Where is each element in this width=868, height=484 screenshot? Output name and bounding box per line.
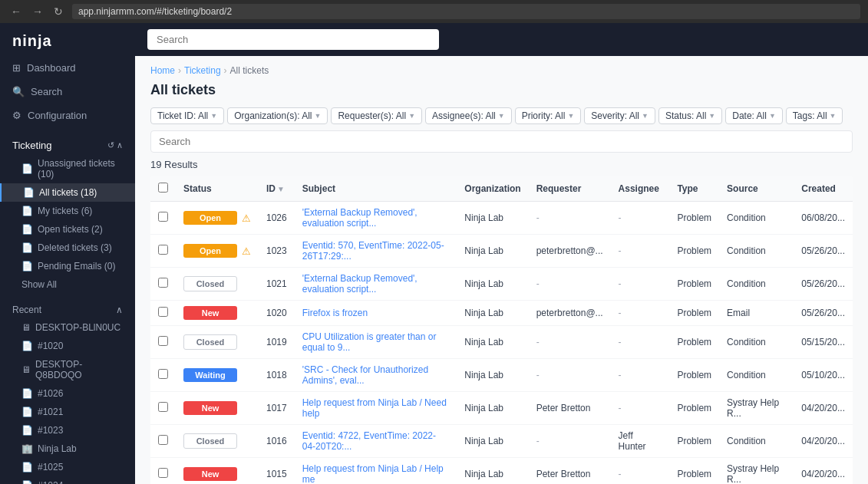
ticket-organization: Ninja Lab: [457, 425, 528, 458]
sidebar-recent-item[interactable]: 📄 #1023: [0, 421, 135, 440]
sidebar-recent-item[interactable]: 📄 #1026: [0, 384, 135, 403]
filter-requester[interactable]: Requester(s): All ▼: [331, 107, 422, 124]
filter-ticket-id[interactable]: Ticket ID: All ▼: [150, 107, 224, 124]
row-checkbox[interactable]: [158, 245, 168, 255]
ticket-subject[interactable]: 'External Backup Removed', evaluation sc…: [295, 202, 457, 235]
sidebar-item-open-tickets[interactable]: 📄 Open tickets (2): [0, 220, 135, 239]
ticket-subject[interactable]: 'External Backup Removed', evaluation sc…: [295, 268, 457, 301]
sidebar-item-search[interactable]: 🔍 Search: [0, 80, 135, 104]
row-checkbox-cell[interactable]: [150, 235, 176, 268]
sidebar-recent-item[interactable]: 📄 #1020: [0, 337, 135, 355]
ticket-organization: Ninja Lab: [457, 392, 528, 425]
row-checkbox[interactable]: [158, 307, 168, 317]
ticket-type: Problem: [669, 392, 719, 425]
sidebar-item-all-tickets[interactable]: 📄 All tickets (18): [0, 183, 135, 202]
row-checkbox-cell[interactable]: [150, 392, 176, 425]
chevron-down-icon: ▼: [708, 112, 715, 120]
sidebar-item-my-tickets[interactable]: 📄 My tickets (6): [0, 202, 135, 220]
chevron-down-icon[interactable]: ∧: [116, 305, 123, 315]
filter-status[interactable]: Status: All ▼: [658, 107, 722, 124]
doc-icon: 📄: [21, 341, 33, 351]
grid-icon: ⊞: [12, 62, 21, 74]
doc-icon: 📄: [21, 163, 33, 174]
ticket-subject[interactable]: 'SRC - Check for Unauthorized Admins', e…: [295, 359, 457, 392]
app-logo: ninja: [0, 23, 135, 56]
row-checkbox-cell[interactable]: [150, 268, 176, 301]
filter-tags[interactable]: Tags: All ▼: [786, 107, 843, 124]
filter-assignee[interactable]: Assignee(s): All ▼: [425, 107, 512, 124]
sidebar-recent-item[interactable]: 🖥 DESKTOP-Q8BDOQO: [0, 355, 135, 384]
tickets-table: Status ID▼ Subject Organization Requeste…: [150, 176, 853, 484]
ticket-id: 1020: [259, 301, 295, 326]
browser-navigation[interactable]: ← → ↻: [8, 4, 66, 19]
sidebar-recent-item[interactable]: 📄 #1025: [0, 458, 135, 476]
table-row: Open ⚠ 1026 'External Backup Removed', e…: [150, 202, 853, 235]
ticket-subject[interactable]: CPU Utilization is greater than or equal…: [295, 326, 457, 359]
warning-icon: ⚠: [242, 212, 251, 224]
sidebar-recent-item[interactable]: 📄 #1024: [0, 476, 135, 484]
ticket-id: 1017: [259, 392, 295, 425]
row-checkbox[interactable]: [158, 435, 168, 445]
row-checkbox-cell[interactable]: [150, 458, 176, 485]
row-checkbox[interactable]: [158, 212, 168, 222]
sidebar-recent-item[interactable]: 🏢 Ninja Lab: [0, 440, 135, 458]
table-search-input[interactable]: [150, 130, 853, 153]
ticket-subject[interactable]: Firefox is frozen: [295, 301, 457, 326]
row-checkbox[interactable]: [158, 402, 168, 412]
table-row: Waiting 1018 'SRC - Check for Unauthoriz…: [150, 359, 853, 392]
browser-bar: ← → ↻: [0, 0, 868, 23]
global-search-input[interactable]: [147, 29, 439, 50]
row-checkbox[interactable]: [158, 278, 168, 288]
filter-priority[interactable]: Priority: All ▼: [515, 107, 582, 124]
row-checkbox-cell[interactable]: [150, 202, 176, 235]
filter-date[interactable]: Date: All ▼: [725, 107, 783, 124]
ticket-created: 04/20/20...: [794, 392, 853, 425]
sidebar-item-pending-emails[interactable]: 📄 Pending Emails (0): [0, 257, 135, 275]
status-cell: Closed: [176, 425, 259, 458]
row-checkbox[interactable]: [158, 468, 168, 478]
status-cell: Closed: [176, 326, 259, 359]
ticket-subject[interactable]: Eventid: 570, EventTime: 2022-05-26T17:2…: [295, 235, 457, 268]
ticket-type: Problem: [669, 359, 719, 392]
ticket-subject[interactable]: Help request from Ninja Lab / Help me: [295, 458, 457, 485]
row-checkbox-cell[interactable]: [150, 301, 176, 326]
breadcrumb-ticketing[interactable]: Ticketing: [184, 65, 221, 76]
top-search-bar: [135, 23, 868, 56]
ticket-created: 04/20/20...: [794, 425, 853, 458]
sidebar-item-deleted-tickets[interactable]: 📄 Deleted tickets (3): [0, 239, 135, 257]
reload-button[interactable]: ↻: [51, 4, 66, 19]
ticketing-refresh-icon[interactable]: ↺ ∧: [107, 140, 123, 150]
row-checkbox[interactable]: [158, 369, 168, 379]
col-id[interactable]: ID▼: [259, 176, 295, 202]
url-bar[interactable]: [72, 4, 860, 19]
breadcrumb: Home › Ticketing › All tickets: [150, 65, 853, 76]
sidebar-recent-item[interactable]: 📄 #1021: [0, 403, 135, 421]
filter-organization[interactable]: Organization(s): All ▼: [227, 107, 328, 124]
back-button[interactable]: ←: [8, 4, 25, 19]
sidebar-item-show-all[interactable]: Show All: [0, 275, 135, 294]
doc-icon: 📄: [21, 480, 33, 484]
search-icon: 🔍: [12, 86, 25, 97]
row-checkbox[interactable]: [158, 336, 168, 346]
filter-severity[interactable]: Severity: All ▼: [584, 107, 655, 124]
row-checkbox-cell[interactable]: [150, 359, 176, 392]
forward-button[interactable]: →: [29, 4, 46, 19]
sidebar-item-configuration[interactable]: ⚙ Configuration: [0, 104, 135, 127]
ticket-source: Condition: [719, 425, 794, 458]
ticket-type: Problem: [669, 458, 719, 485]
sidebar-item-dashboard[interactable]: ⊞ Dashboard: [0, 56, 135, 80]
col-subject: Subject: [295, 176, 457, 202]
select-all-header[interactable]: [150, 176, 176, 202]
ticket-subject[interactable]: Eventid: 4722, EventTime: 2022-04-20T20:…: [295, 425, 457, 458]
breadcrumb-home[interactable]: Home: [150, 65, 175, 76]
table-row: New 1020 Firefox is frozen Ninja Lab pet…: [150, 301, 853, 326]
ticket-requester: peterbretton@...: [529, 301, 611, 326]
ticket-type: Problem: [669, 202, 719, 235]
col-requester: Requester: [529, 176, 611, 202]
select-all-checkbox[interactable]: [158, 183, 168, 193]
sidebar-item-unassigned[interactable]: 📄 Unassigned tickets (10): [0, 154, 135, 183]
row-checkbox-cell[interactable]: [150, 326, 176, 359]
ticket-subject[interactable]: Help request from Ninja Lab / Need help: [295, 392, 457, 425]
row-checkbox-cell[interactable]: [150, 425, 176, 458]
sidebar-recent-item[interactable]: 🖥 DESKTOP-BLlN0UC: [0, 318, 135, 337]
